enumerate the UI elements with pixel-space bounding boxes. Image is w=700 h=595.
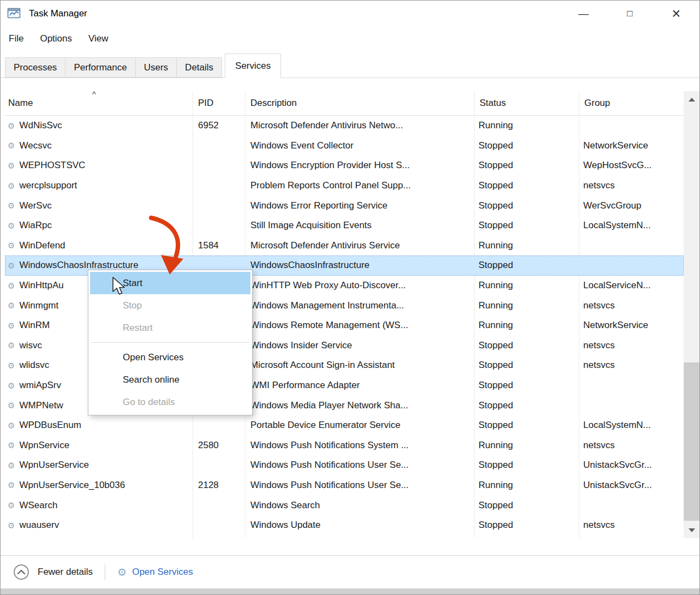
- service-gear-icon: ⚙: [8, 201, 15, 210]
- service-gear-icon: ⚙: [8, 421, 15, 430]
- tab-performance[interactable]: Performance: [65, 57, 135, 78]
- cell-pid: 2128: [193, 480, 245, 491]
- service-name: WinHttpAu: [19, 280, 63, 291]
- scroll-up-icon: [689, 98, 695, 102]
- cell-group: NetworkService: [579, 320, 684, 331]
- cell-group: LocalSystemN...: [579, 420, 684, 431]
- cell-status: Stopped: [474, 180, 579, 191]
- service-gear-icon: ⚙: [8, 301, 15, 310]
- column-label: PID: [198, 98, 213, 109]
- cell-description: Microsoft Defender Antivirus Service: [245, 240, 474, 251]
- cell-group: NetworkService: [579, 140, 684, 151]
- service-gear-icon: ⚙: [8, 401, 15, 409]
- cell-name: ⚙WPDBusEnum: [5, 420, 193, 431]
- cell-pid: 2580: [193, 440, 245, 451]
- service-gear-icon: ⚙: [8, 282, 15, 290]
- tab-details[interactable]: Details: [176, 57, 222, 78]
- cell-description: Windows Search: [245, 500, 474, 511]
- service-row[interactable]: ⚙WpnUserService_10b0362128Windows Push N…: [5, 475, 684, 496]
- cell-status: Stopped: [474, 220, 579, 231]
- cell-group: netsvcs: [579, 360, 684, 371]
- service-gear-icon: ⚙: [8, 261, 15, 270]
- menu-options[interactable]: Options: [32, 33, 80, 44]
- column-header-group[interactable]: Group: [579, 91, 684, 115]
- cell-description: Microsoft Account Sign-in Assistant: [245, 360, 474, 371]
- cell-description: Windows Media Player Network Sha...: [245, 400, 474, 411]
- footer-bar: Fewer details ⚙ Open Services: [1, 555, 699, 588]
- service-row[interactable]: ⚙wercplsupportProblem Reports Control Pa…: [5, 176, 684, 196]
- cell-group: WepHostSvcG...: [579, 160, 684, 171]
- scroll-up-button[interactable]: [684, 91, 699, 108]
- service-row[interactable]: ⚙WpnService2580Windows Push Notification…: [5, 436, 684, 456]
- cell-description: Windows Encryption Provider Host S...: [245, 160, 474, 171]
- service-gear-icon: ⚙: [8, 222, 15, 230]
- service-name: WdNisSvc: [19, 120, 62, 131]
- service-name: Wecsvc: [19, 140, 51, 151]
- cell-name: ⚙WpnService: [5, 440, 193, 451]
- service-row[interactable]: ⚙WpnUserServiceWindows Push Notification…: [5, 455, 684, 475]
- menu-item-search-online[interactable]: Search online: [90, 368, 250, 391]
- maximize-button[interactable]: □: [607, 1, 653, 27]
- vertical-scrollbar[interactable]: [684, 91, 699, 538]
- close-button[interactable]: ×: [653, 1, 699, 27]
- cell-description: Windows Insider Service: [245, 340, 474, 351]
- open-services-link[interactable]: ⚙ Open Services: [117, 567, 193, 578]
- title-bar: Task Manager — □ ×: [1, 1, 699, 27]
- minimize-button[interactable]: —: [560, 1, 607, 27]
- fewer-details-button[interactable]: Fewer details: [14, 564, 93, 580]
- task-manager-window: Task Manager — □ × FileOptionsView Proce…: [0, 0, 700, 595]
- menu-item-open-services[interactable]: Open Services: [90, 346, 250, 368]
- service-row[interactable]: ⚙WdNisSvc6952Microsoft Defender Antiviru…: [5, 116, 684, 136]
- column-label: Name: [8, 98, 33, 109]
- service-name: WinRM: [19, 320, 50, 331]
- service-gear-icon: ⚙: [8, 361, 15, 370]
- cell-name: ⚙WerSvc: [5, 200, 193, 211]
- service-row[interactable]: ⚙WiaRpcStill Image Acquisition EventsSto…: [5, 216, 684, 236]
- service-row[interactable]: ⚙WecsvcWindows Event CollectorStoppedNet…: [5, 136, 684, 156]
- menu-view[interactable]: View: [80, 33, 117, 44]
- cell-status: Running: [474, 480, 579, 491]
- cell-status: Stopped: [474, 260, 579, 271]
- service-name: WiaRpc: [19, 220, 52, 231]
- column-header-description[interactable]: Description: [245, 91, 474, 115]
- cell-pid: 1584: [193, 240, 245, 251]
- column-header-pid[interactable]: PID: [193, 91, 245, 115]
- service-row[interactable]: ⚙WerSvcWindows Error Reporting ServiceSt…: [5, 195, 684, 216]
- service-gear-icon: ⚙: [8, 382, 15, 390]
- cell-description: Still Image Acquisition Events: [245, 220, 474, 231]
- service-row[interactable]: ⚙wuauservWindows UpdateStoppednetsvcs: [5, 515, 684, 536]
- window-bottom-edge: [1, 588, 699, 595]
- menu-item-start[interactable]: Start: [90, 272, 250, 294]
- service-name: WEPHOSTSVC: [19, 160, 85, 171]
- tab-processes[interactable]: Processes: [5, 57, 65, 78]
- cell-status: Stopped: [474, 360, 579, 371]
- cell-name: ⚙Wecsvc: [5, 140, 193, 151]
- cell-status: Stopped: [474, 500, 579, 511]
- column-header-status[interactable]: Status: [474, 91, 579, 115]
- scrollbar-thumb[interactable]: [684, 362, 699, 521]
- tab-users[interactable]: Users: [135, 57, 177, 78]
- cell-group: netsvcs: [579, 180, 684, 191]
- service-gear-icon: ⚙: [8, 182, 15, 190]
- cell-group: LocalServiceN...: [579, 280, 684, 291]
- cell-description: Windows Push Notifications User Se...: [245, 460, 474, 471]
- service-row[interactable]: ⚙WinDefend1584Microsoft Defender Antivir…: [5, 236, 684, 256]
- chevron-up-circle-icon: [14, 564, 29, 580]
- service-gear-icon: ⚙: [8, 162, 15, 170]
- scroll-down-button[interactable]: [684, 522, 699, 538]
- column-header-name[interactable]: Name^: [5, 91, 193, 115]
- service-row[interactable]: ⚙WSearchWindows SearchStopped: [5, 495, 684, 515]
- tab-services[interactable]: Services: [225, 53, 281, 78]
- service-row[interactable]: ⚙WEPHOSTSVCWindows Encryption Provider H…: [5, 156, 684, 176]
- cell-description: Windows Remote Management (WS...: [245, 320, 474, 331]
- cell-group: netsvcs: [579, 520, 684, 531]
- cell-name: ⚙WEPHOSTSVC: [5, 160, 193, 171]
- service-gear-icon: ⚙: [8, 481, 15, 489]
- service-row[interactable]: ⚙WPDBusEnumPortable Device Enumerator Se…: [5, 415, 684, 436]
- cell-group: WerSvcGroup: [579, 200, 684, 211]
- service-name: WPDBusEnum: [19, 420, 81, 431]
- cell-name: ⚙WpnUserService_10b036: [5, 480, 193, 491]
- context-menu: StartStopRestartOpen ServicesSearch onli…: [88, 270, 253, 415]
- menu-file[interactable]: File: [1, 33, 32, 44]
- service-gear-icon: ⚙: [8, 141, 15, 150]
